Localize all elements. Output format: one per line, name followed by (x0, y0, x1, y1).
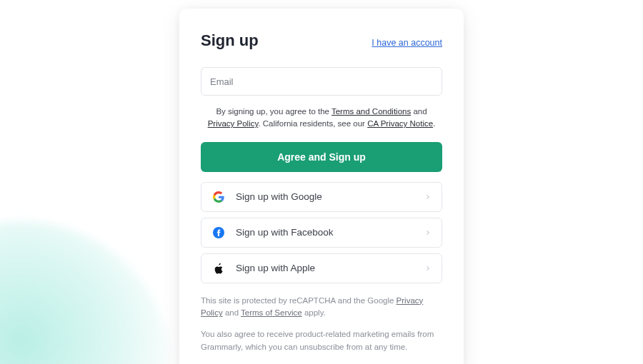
privacy-policy-link[interactable]: Privacy Policy (208, 119, 259, 128)
signup-google-button[interactable]: Sign up with Google (201, 182, 442, 212)
terms-and1: and (411, 107, 427, 116)
signup-facebook-label: Sign up with Facebook (236, 227, 334, 238)
terms-and-conditions-link[interactable]: Terms and Conditions (332, 107, 411, 116)
recaptcha-pre: This site is protected by reCAPTCHA and … (201, 296, 397, 305)
signup-apple-button[interactable]: Sign up with Apple (201, 253, 442, 283)
chevron-right-icon (424, 193, 432, 201)
signup-facebook-button[interactable]: Sign up with Facebook (201, 218, 442, 248)
have-account-link[interactable]: I have an account (372, 38, 442, 48)
agree-signup-button[interactable]: Agree and Sign up (201, 142, 442, 172)
recaptcha-disclaimer: This site is protected by reCAPTCHA and … (201, 295, 442, 320)
signup-card: Sign up I have an account By signing up,… (179, 9, 464, 364)
page-title: Sign up (201, 31, 259, 50)
terms-end: . (433, 119, 435, 128)
recaptcha-end: apply. (302, 308, 326, 317)
header-row: Sign up I have an account (201, 31, 442, 50)
facebook-icon (211, 226, 226, 240)
terms-text: By signing up, you agree to the Terms an… (201, 106, 442, 131)
google-icon (211, 190, 226, 204)
email-field[interactable] (201, 67, 442, 96)
background-gradient-blob (0, 221, 171, 364)
recaptcha-mid: and (223, 308, 241, 317)
signup-apple-label: Sign up with Apple (236, 263, 315, 273)
chevron-right-icon (424, 229, 432, 236)
social-signup-group: Sign up with Google Sign up with Faceboo… (201, 182, 442, 283)
apple-icon (211, 261, 226, 275)
terms-ca-pre: . California residents, see our (258, 119, 367, 128)
google-tos-link[interactable]: Terms of Service (241, 308, 302, 317)
marketing-disclaimer: You also agree to receive product-relate… (201, 328, 442, 354)
terms-pre: By signing up, you agree to the (216, 107, 332, 116)
ca-privacy-notice-link[interactable]: CA Privacy Notice (367, 119, 433, 128)
signup-google-label: Sign up with Google (236, 191, 322, 202)
chevron-right-icon (424, 265, 432, 272)
